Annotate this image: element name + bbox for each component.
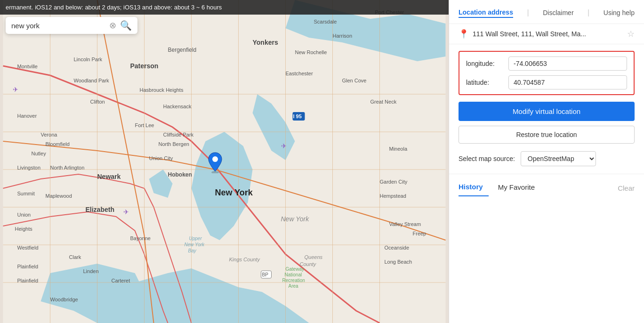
- svg-text:Maplewood: Maplewood: [46, 193, 72, 199]
- latitude-row: latitude:: [466, 75, 627, 89]
- svg-text:Kings County: Kings County: [229, 257, 261, 262]
- svg-text:New York: New York: [215, 188, 253, 197]
- tab-disclaimer[interactable]: Disclaimer: [543, 8, 573, 17]
- svg-text:Newark: Newark: [97, 173, 121, 180]
- sidebar-header: Location address | Disclaimer | Using he…: [449, 0, 644, 24]
- svg-text:New York: New York: [185, 242, 205, 247]
- svg-text:Glen Cove: Glen Cove: [342, 78, 367, 83]
- map-section: Paterson Lincoln Park Montville Bergenfi…: [0, 0, 449, 323]
- map-source-select[interactable]: OpenStreetMap Google Maps Bing Maps: [521, 151, 596, 166]
- svg-text:Garden City: Garden City: [380, 179, 408, 185]
- svg-text:Harrison: Harrison: [333, 33, 353, 39]
- svg-text:Long Beach: Long Beach: [385, 259, 412, 265]
- svg-text:Carteret: Carteret: [112, 278, 130, 283]
- svg-text:✈: ✈: [13, 86, 18, 93]
- svg-text:✈: ✈: [123, 208, 129, 216]
- svg-text:Montville: Montville: [17, 64, 38, 69]
- svg-text:Lincoln Park: Lincoln Park: [74, 57, 103, 62]
- longitude-row: longitude:: [466, 57, 627, 71]
- svg-text:Bayonne: Bayonne: [130, 235, 151, 241]
- bottom-tabs: History My Favorite Clear: [449, 174, 644, 196]
- svg-text:Valley Stream: Valley Stream: [389, 221, 421, 227]
- sidebar: Location address | Disclaimer | Using he…: [449, 0, 644, 323]
- svg-text:Recreation: Recreation: [282, 278, 305, 283]
- svg-text:Cliffside Park: Cliffside Park: [163, 132, 194, 137]
- svg-text:Nutley: Nutley: [32, 151, 47, 156]
- svg-text:Union: Union: [17, 212, 31, 218]
- svg-text:Bay: Bay: [188, 248, 197, 253]
- map-pin: [208, 152, 223, 178]
- svg-text:Hempstead: Hempstead: [380, 193, 406, 199]
- svg-text:✈: ✈: [281, 142, 287, 150]
- location-row: 📍 111 Wall Street, 111, Wall Street, Ma.…: [449, 24, 644, 44]
- svg-text:Woodland Park: Woodland Park: [74, 78, 110, 83]
- longitude-input[interactable]: [508, 57, 627, 71]
- map-source-label: Select map source:: [459, 155, 515, 162]
- svg-text:Mineola: Mineola: [389, 146, 408, 152]
- svg-text:Paterson: Paterson: [130, 62, 159, 70]
- favorite-star-icon[interactable]: ☆: [627, 29, 635, 39]
- svg-text:Hanover: Hanover: [17, 113, 37, 119]
- svg-text:New York: New York: [281, 215, 310, 223]
- svg-text:Bergenfield: Bergenfield: [168, 47, 197, 53]
- clear-icon[interactable]: ⊗: [109, 21, 116, 30]
- svg-text:Freep: Freep: [413, 231, 427, 236]
- modify-location-button[interactable]: Modify virtual location: [459, 102, 635, 121]
- tab-clear[interactable]: Clear: [618, 181, 635, 195]
- latitude-input[interactable]: [508, 75, 627, 89]
- svg-text:New Rochelle: New Rochelle: [295, 49, 327, 55]
- latitude-label: latitude:: [466, 79, 508, 86]
- svg-text:Linden: Linden: [83, 268, 99, 274]
- svg-text:Upper: Upper: [189, 236, 202, 241]
- svg-text:North Bergen: North Bergen: [159, 141, 189, 147]
- svg-text:Westfield: Westfield: [17, 245, 39, 250]
- svg-text:Clifton: Clifton: [90, 99, 105, 105]
- svg-text:Plainfield: Plainfield: [17, 278, 39, 283]
- svg-text:BP: BP: [262, 272, 269, 277]
- svg-text:Eastchester: Eastchester: [286, 71, 313, 76]
- tab-history[interactable]: History: [459, 180, 489, 196]
- tab-using-help[interactable]: Using help: [604, 8, 635, 17]
- svg-text:I 95: I 95: [293, 113, 302, 119]
- tab-location-address[interactable]: Location address: [459, 8, 513, 18]
- svg-text:Clark: Clark: [69, 254, 81, 260]
- coordinate-box: longitude: latitude:: [459, 51, 635, 95]
- svg-text:Summit: Summit: [17, 191, 35, 196]
- restore-location-button[interactable]: Restore true location: [459, 126, 635, 144]
- svg-text:Plainfield: Plainfield: [17, 264, 39, 269]
- svg-text:Livingston: Livingston: [17, 165, 41, 170]
- svg-text:Hasbrouck Heights: Hasbrouck Heights: [140, 87, 184, 93]
- svg-text:Heights: Heights: [15, 226, 33, 232]
- map-source-row: Select map source: OpenStreetMap Google …: [449, 151, 644, 174]
- tab-my-favorite[interactable]: My Favorite: [498, 180, 540, 196]
- svg-text:Scarsdale: Scarsdale: [314, 19, 337, 24]
- svg-text:Elizabeth: Elizabeth: [86, 206, 114, 213]
- svg-text:Hoboken: Hoboken: [168, 171, 192, 178]
- svg-point-89: [212, 156, 218, 162]
- svg-text:Hackensack: Hackensack: [163, 104, 192, 109]
- svg-text:Bloomfield: Bloomfield: [46, 141, 70, 147]
- svg-text:National: National: [285, 272, 302, 277]
- svg-text:Great Neck: Great Neck: [370, 99, 397, 105]
- svg-text:Fort Lee: Fort Lee: [135, 122, 154, 128]
- search-icon[interactable]: 🔍: [120, 21, 132, 30]
- search-box[interactable]: ⊗ 🔍: [6, 17, 137, 34]
- svg-text:North Arlington: North Arlington: [50, 165, 85, 170]
- svg-text:Queens: Queens: [305, 254, 323, 260]
- longitude-label: longitude:: [466, 60, 508, 67]
- svg-text:Gateway: Gateway: [286, 266, 304, 272]
- warning-bar: ermanent. iOS12 and below: about 2 days;…: [0, 0, 449, 15]
- location-pin-icon: 📍: [459, 29, 469, 39]
- location-address-text: 111 Wall Street, 111, Wall Street, Ma...: [473, 30, 623, 38]
- svg-text:Area: Area: [289, 283, 299, 289]
- search-input[interactable]: [11, 22, 109, 30]
- svg-text:Union City: Union City: [149, 155, 173, 161]
- svg-text:Verona: Verona: [41, 132, 58, 137]
- svg-text:Woodbridge: Woodbridge: [50, 297, 78, 302]
- svg-text:Oceanside: Oceanside: [385, 245, 410, 250]
- svg-text:Yonkers: Yonkers: [253, 39, 278, 46]
